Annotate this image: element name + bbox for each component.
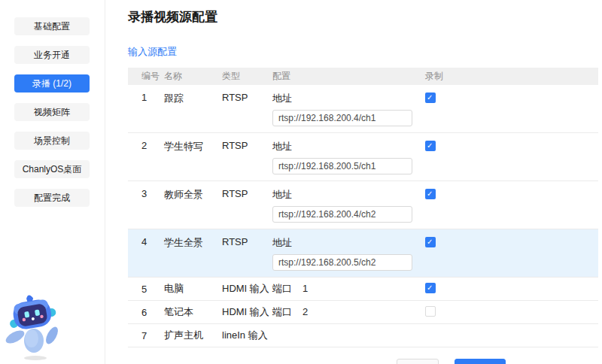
config-cell: 地址 [272, 188, 425, 223]
row-number: 4 [128, 236, 164, 247]
column-header: 录制 [425, 70, 598, 83]
table-row: 4学生全景RTSP地址 [128, 229, 598, 278]
source-name: 跟踪 [164, 92, 222, 105]
address-label: 地址 [272, 92, 292, 105]
port-label: 端口 [272, 305, 292, 319]
table-row: 5电脑HDMI 输入端口1 [128, 278, 598, 301]
port-label: 端口 [272, 282, 292, 296]
table-row: 2学生特写RTSP地址 [128, 133, 598, 181]
source-type: RTSP [222, 92, 272, 103]
source-name: 学生全景 [164, 236, 222, 250]
address-label: 地址 [272, 188, 292, 202]
input-source-config-link[interactable]: 输入源配置 [128, 45, 177, 59]
table-row: 1跟踪RTSP地址 [128, 85, 598, 133]
sidebar-item-6[interactable]: ChanlyOS桌面 [14, 160, 90, 178]
row-number: 1 [128, 92, 164, 103]
sidebar-item-5[interactable]: 场景控制 [14, 132, 90, 150]
column-header: 编号 [128, 70, 164, 83]
config-cell: 端口2 [272, 305, 425, 319]
table-header-row: 编号名称类型配置录制 [128, 68, 598, 85]
address-label: 地址 [272, 140, 292, 153]
robot-assistant-icon [3, 293, 68, 362]
main-panel: 录播视频源配置 输入源配置 编号名称类型配置录制 1跟踪RTSP地址2学生特写R… [106, 0, 602, 364]
record-cell [425, 282, 598, 296]
sidebar: 基础配置业务开通录播 (1/2)视频矩阵场景控制ChanlyOS桌面配置完成 [0, 0, 105, 364]
record-checkbox[interactable] [425, 93, 436, 103]
sidebar-nav: 基础配置业务开通录播 (1/2)视频矩阵场景控制ChanlyOS桌面配置完成 [0, 0, 105, 207]
sidebar-item-3[interactable]: 录播 (1/2) [14, 74, 90, 93]
address-input[interactable] [272, 206, 412, 223]
sidebar-item-1[interactable]: 基础配置 [14, 17, 90, 35]
config-cell: 地址 [272, 140, 425, 174]
row-number: 6 [128, 307, 164, 318]
record-cell [425, 305, 598, 319]
table-body: 1跟踪RTSP地址2学生特写RTSP地址3教师全景RTSP地址4学生全景RTSP… [128, 85, 598, 347]
record-checkbox[interactable] [425, 283, 436, 293]
source-name: 电脑 [164, 282, 222, 296]
table-row: 3教师全景RTSP地址 [128, 181, 598, 229]
record-checkbox[interactable] [425, 306, 436, 317]
config-cell: 地址 [272, 236, 425, 271]
column-header: 名称 [164, 70, 222, 83]
table-row: 6笔记本HDMI 输入端口2 [128, 301, 598, 324]
address-input[interactable] [272, 110, 412, 126]
source-type: HDMI 输入 [222, 305, 272, 319]
page-title: 录播视频源配置 [128, 0, 598, 26]
source-type: RTSP [222, 140, 272, 151]
column-header: 配置 [272, 70, 425, 83]
source-name: 教师全景 [164, 188, 222, 202]
record-checkbox[interactable] [425, 189, 436, 199]
row-number: 5 [128, 284, 164, 295]
column-header: 类型 [222, 70, 272, 83]
record-cell [425, 92, 598, 105]
video-source-table: 编号名称类型配置录制 1跟踪RTSP地址2学生特写RTSP地址3教师全景RTSP… [128, 68, 598, 347]
source-name: 扩声主机 [164, 329, 222, 342]
source-type: lineIn 输入 [222, 329, 272, 342]
record-cell [425, 140, 598, 153]
source-name: 笔记本 [164, 305, 222, 319]
address-input[interactable] [272, 158, 412, 174]
record-cell [425, 188, 598, 202]
source-type: HDMI 输入 [222, 282, 272, 296]
sidebar-item-7[interactable]: 配置完成 [14, 189, 90, 207]
row-number: 7 [128, 330, 164, 341]
source-type: RTSP [222, 188, 272, 199]
sidebar-item-2[interactable]: 业务开通 [14, 46, 90, 64]
config-cell: 地址 [272, 92, 425, 126]
address-label: 地址 [272, 236, 292, 250]
sidebar-item-4[interactable]: 视频矩阵 [14, 103, 90, 121]
config-cell: 端口1 [272, 282, 425, 296]
address-input[interactable] [272, 254, 412, 271]
source-type: RTSP [222, 236, 272, 247]
wizard-footer: 上一步 下一步 [128, 359, 598, 364]
row-number: 3 [128, 188, 164, 199]
table-row: 7扩声主机lineIn 输入 [128, 324, 598, 347]
port-value: 2 [303, 306, 308, 317]
previous-step-button[interactable]: 上一步 [397, 359, 439, 364]
record-checkbox[interactable] [425, 141, 436, 151]
next-step-button[interactable]: 下一步 [455, 359, 506, 364]
port-value: 1 [303, 283, 308, 294]
row-number: 2 [128, 140, 164, 151]
record-checkbox[interactable] [425, 237, 436, 247]
record-cell [425, 236, 598, 250]
source-name: 学生特写 [164, 140, 222, 153]
